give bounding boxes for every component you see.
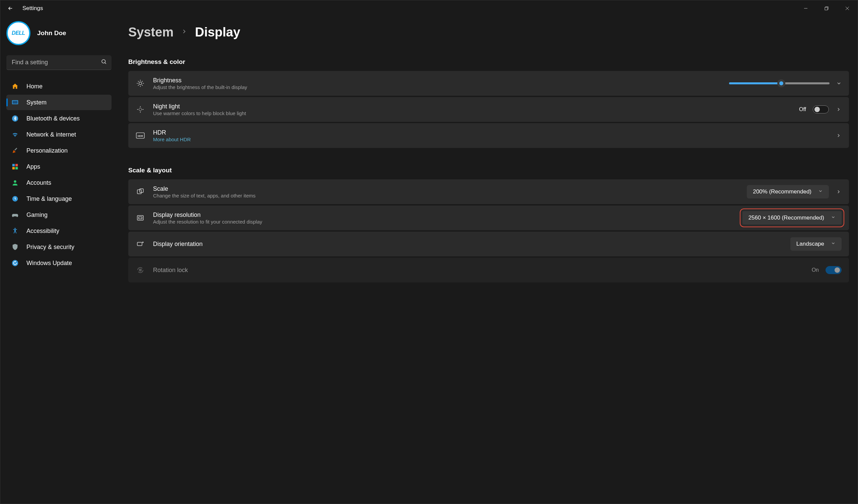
hdr-more-link[interactable]: More about HDR (153, 136, 827, 142)
svg-rect-9 (14, 148, 17, 151)
slider-thumb[interactable] (777, 79, 785, 87)
close-button[interactable] (837, 0, 858, 16)
nav-list: Home System Bluetooth & devices Network … (6, 79, 112, 271)
card-subtitle: Use warmer colors to help block blue lig… (153, 111, 791, 116)
personalization-icon (11, 147, 19, 155)
title-bar: Settings (0, 0, 858, 16)
card-display-orientation[interactable]: Display orientation Landscape (128, 232, 849, 256)
card-title: Display resolution (153, 212, 734, 218)
search-box[interactable] (6, 55, 112, 70)
avatar: DELL (6, 21, 31, 45)
user-name: John Doe (37, 30, 66, 37)
time-language-icon (11, 195, 19, 203)
home-icon (11, 82, 19, 91)
scale-icon (136, 187, 145, 196)
network-icon (11, 131, 19, 139)
sidebar-item-bluetooth[interactable]: Bluetooth & devices (6, 111, 112, 126)
brightness-slider[interactable] (729, 82, 829, 84)
sidebar-item-windows-update[interactable]: Windows Update (6, 255, 112, 271)
night-light-toggle[interactable] (813, 105, 829, 113)
sidebar-item-home[interactable]: Home (6, 79, 112, 94)
maximize-button[interactable] (816, 0, 837, 16)
sidebar: DELL John Doe Home System (0, 16, 117, 504)
sidebar-item-label: Gaming (27, 212, 48, 218)
chevron-right-icon[interactable] (836, 107, 842, 112)
chevron-down-icon (818, 189, 823, 195)
rotation-lock-icon (136, 265, 145, 275)
card-hdr[interactable]: HDR HDR More about HDR (128, 123, 849, 148)
window-controls (795, 0, 858, 16)
search-input[interactable] (11, 59, 101, 66)
hdr-icon: HDR (136, 131, 145, 140)
svg-rect-37 (139, 217, 142, 219)
sidebar-item-gaming[interactable]: Gaming (6, 207, 112, 223)
scale-dropdown[interactable]: 200% (Recommended) (747, 185, 829, 198)
svg-rect-11 (15, 164, 18, 166)
accounts-icon (11, 179, 19, 187)
back-button[interactable] (6, 4, 14, 12)
svg-point-27 (139, 108, 142, 111)
sidebar-item-accessibility[interactable]: Accessibility (6, 223, 112, 239)
section-title-brightness-color: Brightness & color (128, 58, 849, 66)
windows-update-icon (11, 259, 19, 267)
card-rotation-lock: Rotation lock On (128, 258, 849, 282)
sidebar-item-network[interactable]: Network & internet (6, 127, 112, 142)
chevron-right-icon[interactable] (836, 189, 842, 194)
privacy-icon (11, 243, 19, 251)
svg-line-23 (138, 81, 139, 82)
svg-rect-38 (137, 242, 142, 246)
card-subtitle: Adjust the brightness of the built-in di… (153, 84, 721, 90)
card-brightness[interactable]: Brightness Adjust the brightness of the … (128, 71, 849, 96)
search-icon (101, 59, 107, 66)
chevron-right-icon (181, 28, 188, 36)
card-title: Display orientation (153, 241, 782, 248)
main-content: System Display Brightness & color Bright… (117, 16, 858, 504)
card-title: HDR (153, 129, 827, 136)
svg-rect-7 (13, 101, 18, 103)
card-scale[interactable]: Scale Change the size of text, apps, and… (128, 179, 849, 204)
sidebar-item-label: Privacy & security (27, 244, 74, 251)
svg-rect-36 (137, 215, 143, 220)
minimize-button[interactable] (795, 0, 816, 16)
sidebar-item-privacy[interactable]: Privacy & security (6, 239, 112, 255)
chevron-down-icon (831, 214, 836, 221)
chevron-right-icon[interactable] (836, 133, 842, 138)
orientation-dropdown[interactable]: Landscape (790, 237, 842, 251)
sidebar-item-apps[interactable]: Apps (6, 159, 112, 174)
dropdown-value: 2560 × 1600 (Recommended) (748, 214, 824, 221)
accessibility-icon (11, 227, 19, 235)
svg-rect-12 (12, 167, 15, 169)
svg-rect-10 (12, 164, 15, 166)
rotation-lock-toggle (826, 266, 842, 274)
resolution-icon (136, 213, 145, 223)
avatar-text: DELL (12, 30, 25, 36)
card-night-light[interactable]: Night light Use warmer colors to help bl… (128, 97, 849, 122)
svg-text:HDR: HDR (138, 134, 143, 137)
card-title: Rotation lock (153, 267, 804, 274)
orientation-icon (136, 239, 145, 249)
card-display-resolution[interactable]: Display resolution Adjust the resolution… (128, 206, 849, 230)
chevron-down-icon[interactable] (836, 81, 842, 86)
svg-line-24 (142, 85, 143, 86)
sidebar-item-system[interactable]: System (6, 95, 112, 110)
breadcrumb-parent[interactable]: System (128, 25, 174, 39)
chevron-down-icon (831, 241, 836, 247)
card-title: Scale (153, 185, 739, 192)
sidebar-item-personalization[interactable]: Personalization (6, 143, 112, 158)
sidebar-item-accounts[interactable]: Accounts (6, 175, 112, 191)
svg-rect-34 (137, 190, 141, 194)
resolution-dropdown[interactable]: 2560 × 1600 (Recommended) (743, 211, 842, 225)
profile-block[interactable]: DELL John Doe (6, 21, 112, 45)
sidebar-item-label: Network & internet (27, 131, 76, 138)
card-subtitle: Change the size of text, apps, and other… (153, 193, 739, 198)
breadcrumb-current: Display (195, 25, 240, 39)
dropdown-value: Landscape (796, 241, 824, 247)
dropdown-value: 200% (Recommended) (753, 189, 811, 195)
svg-rect-1 (825, 7, 827, 10)
sidebar-item-time-language[interactable]: Time & language (6, 191, 112, 207)
svg-rect-13 (15, 167, 18, 169)
svg-point-4 (102, 60, 106, 63)
sidebar-item-label: System (27, 99, 47, 106)
svg-line-5 (105, 63, 106, 64)
sidebar-item-label: Accessibility (27, 228, 59, 234)
